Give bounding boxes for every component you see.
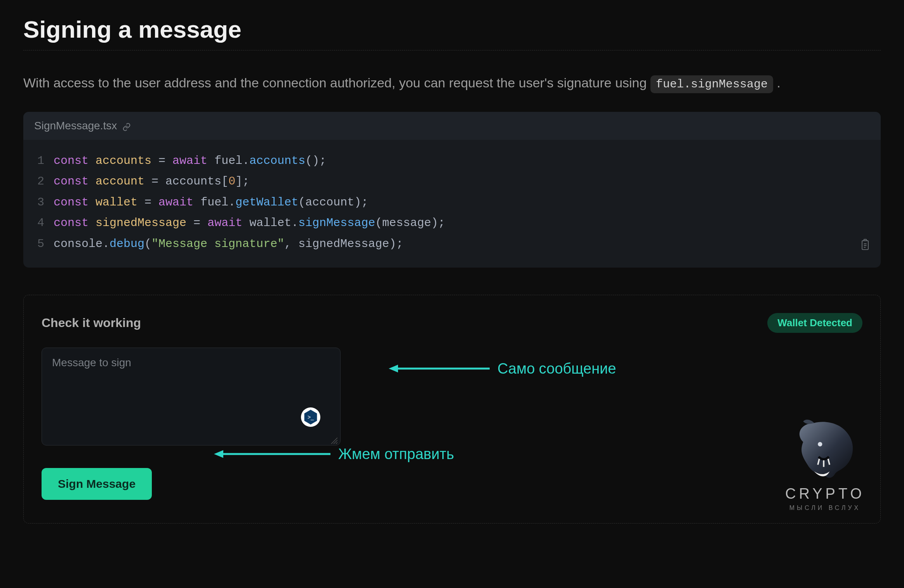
annotation-message: Само сообщение bbox=[389, 360, 616, 377]
svg-marker-2 bbox=[389, 365, 398, 372]
code-header: SignMessage.tsx bbox=[23, 112, 881, 140]
line-number: 4 bbox=[36, 213, 54, 233]
message-textarea[interactable] bbox=[42, 348, 341, 445]
intro-text: With access to the user address and the … bbox=[23, 75, 650, 90]
annotation-message-text: Само сообщение bbox=[497, 360, 616, 377]
intro-paragraph: With access to the user address and the … bbox=[23, 73, 881, 93]
page-title: Signing a message bbox=[23, 16, 881, 43]
annotation-send: Жмем отправить bbox=[214, 446, 454, 463]
example-header: Check it working Wallet Detected bbox=[42, 313, 862, 333]
code-filename: SignMessage.tsx bbox=[34, 120, 117, 132]
example-title: Check it working bbox=[42, 316, 141, 330]
svg-point-5 bbox=[818, 442, 822, 446]
example-panel: Check it working Wallet Detected >_ Sign… bbox=[23, 295, 881, 524]
wallet-detected-badge: Wallet Detected bbox=[767, 313, 862, 333]
link-icon[interactable] bbox=[122, 122, 131, 130]
line-content: const signedMessage = await wallet.signM… bbox=[54, 213, 445, 233]
copy-icon[interactable] bbox=[860, 238, 871, 258]
arrow-left-icon bbox=[214, 449, 330, 459]
code-line: 2const account = accounts[0]; bbox=[36, 171, 868, 192]
arrow-left-icon bbox=[389, 364, 490, 374]
inline-code-api: fuel.signMessage bbox=[650, 75, 773, 93]
sign-message-button[interactable]: Sign Message bbox=[42, 468, 152, 500]
line-number: 2 bbox=[36, 171, 54, 192]
line-content: const wallet = await fuel.getWallet(acco… bbox=[54, 192, 368, 213]
watermark-subtitle: МЫСЛИ ВСЛУХ bbox=[789, 504, 861, 511]
line-number: 3 bbox=[36, 192, 54, 213]
code-line: 4const signedMessage = await wallet.sign… bbox=[36, 213, 868, 233]
code-line: 3const wallet = await fuel.getWallet(acc… bbox=[36, 192, 868, 213]
code-card: SignMessage.tsx 1const accounts = await … bbox=[23, 112, 881, 268]
line-content: console.debug("Message signature", signe… bbox=[54, 234, 403, 254]
watermark-title: CRYPTO bbox=[785, 485, 865, 502]
code-line: 5console.debug("Message signature", sign… bbox=[36, 234, 868, 254]
panther-icon bbox=[788, 416, 862, 482]
svg-marker-4 bbox=[214, 450, 223, 458]
line-number: 5 bbox=[36, 234, 54, 254]
line-content: const accounts = await fuel.accounts(); bbox=[54, 151, 326, 171]
intro-suffix: . bbox=[773, 75, 781, 90]
code-body: 1const accounts = await fuel.accounts();… bbox=[23, 140, 881, 268]
svg-rect-0 bbox=[862, 240, 868, 249]
annotation-send-text: Жмем отправить bbox=[338, 446, 454, 463]
line-content: const account = accounts[0]; bbox=[54, 171, 249, 192]
message-textarea-wrap: >_ bbox=[42, 348, 341, 447]
title-divider bbox=[23, 50, 881, 50]
watermark: CRYPTO МЫСЛИ ВСЛУХ bbox=[785, 416, 865, 511]
code-line: 1const accounts = await fuel.accounts(); bbox=[36, 151, 868, 171]
line-number: 1 bbox=[36, 151, 54, 171]
